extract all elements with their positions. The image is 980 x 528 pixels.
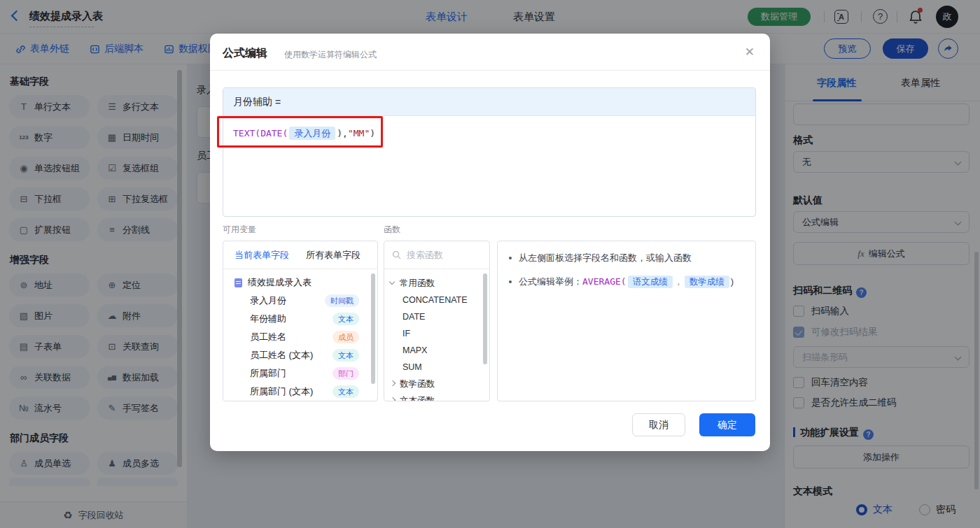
variables-caption: 可用变量 [223, 224, 256, 236]
hint-line-2: 公式编辑举例：AVERAGE(语文成绩，数学成绩) [498, 275, 755, 289]
variable-name: 所属部门 [250, 367, 286, 380]
hint-comma: ， [674, 276, 683, 287]
modal-header-divider [210, 70, 770, 71]
formula-editor-box: 月份辅助 = TEXT(DATE(录入月份),"MM") [223, 87, 756, 217]
example-field-token: 语文成绩 [628, 276, 673, 288]
formula-target-field: 月份辅助 [233, 96, 272, 108]
function-item[interactable]: MAPX [384, 342, 489, 359]
variable-row[interactable]: 所属部门 部门 [223, 364, 377, 383]
variable-type-badge: 成员 [332, 331, 359, 343]
hint-line-1: 从左侧面板选择字段名和函数，或输入函数 [498, 251, 755, 265]
function-item[interactable]: 常用函数 [384, 275, 489, 292]
function-item[interactable]: DATE [384, 308, 489, 325]
variable-name: 所属部门 (文本) [250, 385, 313, 398]
function-label: MAPX [402, 345, 427, 355]
variable-type-badge: 文本 [332, 349, 359, 362]
variable-type-badge: 时间戳 [325, 294, 359, 307]
hint-panel: 从左侧面板选择字段名和函数，或输入函数 公式编辑举例：AVERAGE(语文成绩，… [497, 241, 756, 401]
functions-caption: 函数 [384, 224, 400, 236]
functions-panel: 搜索函数 常用函数 CONCATENATE DATE IF [384, 241, 490, 401]
variables-panel: 当前表单字段 所有表单字段 绩效提成录入表 录入月份 时间戳 年份辅助 文本 员 [223, 241, 378, 401]
variable-name: 录入月份 [250, 294, 286, 307]
variable-row[interactable]: 录入月份 时间戳 [223, 292, 377, 310]
function-label: DATE [402, 312, 425, 322]
function-item[interactable]: 数学函数 [384, 376, 489, 392]
search-icon [392, 250, 401, 259]
variables-tabs: 当前表单字段 所有表单字段 [223, 241, 377, 269]
function-item[interactable]: CONCATENATE [384, 292, 489, 308]
formula-target-row: 月份辅助 = [223, 88, 755, 116]
tab-all-form-fields[interactable]: 所有表单字段 [306, 249, 360, 262]
function-item[interactable]: IF [384, 325, 489, 342]
function-item[interactable]: SUM [384, 359, 489, 376]
formula-text: ) [370, 128, 375, 138]
tab-current-form-fields[interactable]: 当前表单字段 [234, 249, 289, 262]
functions-scrollbar[interactable] [483, 273, 487, 364]
variable-row[interactable]: 员工姓名 (文本) 文本 [223, 346, 377, 364]
formula-function: TEXT( [233, 128, 260, 138]
variable-row[interactable]: 年份辅助 文本 [223, 310, 377, 328]
formula-function: DATE( [260, 128, 288, 138]
variable-row[interactable]: 所属部门 (文本) 文本 [223, 383, 377, 401]
function-label: SUM [402, 362, 422, 372]
variables-list: 录入月份 时间戳 年份辅助 文本 员工姓名 成员 员工姓名 (文本) 文本 [223, 292, 377, 401]
function-label: CONCATENATE [402, 295, 468, 305]
close-icon[interactable]: ✕ [745, 45, 755, 59]
variable-name: 员工姓名 [250, 331, 286, 343]
form-doc-icon [234, 278, 242, 287]
function-search[interactable]: 搜索函数 [384, 241, 489, 269]
variables-root-node[interactable]: 绩效提成录入表 [223, 273, 377, 292]
function-item[interactable]: 文本函数 [384, 392, 489, 401]
formula-input-area[interactable]: TEXT(DATE(录入月份),"MM") [223, 116, 755, 151]
function-label: 常用函数 [400, 278, 435, 288]
variable-row[interactable]: 员工姓名 成员 [223, 328, 377, 346]
formula-editor-modal: 公式编辑 使用数学运算符编辑公式 ✕ 月份辅助 = TEXT(DATE(录入月份… [210, 34, 770, 451]
function-list: 常用函数 CONCATENATE DATE IF MAPX [384, 269, 489, 401]
function-label: IF [402, 329, 410, 338]
function-label: 数学函数 [400, 379, 435, 389]
variables-scrollbar[interactable] [371, 273, 375, 384]
formula-text: ), [337, 128, 348, 138]
modal-title: 公式编辑 [223, 46, 267, 61]
variable-name: 年份辅助 [250, 313, 286, 325]
field-token[interactable]: 录入月份 [289, 127, 335, 140]
confirm-button[interactable]: 确定 [699, 413, 755, 436]
variable-name: 员工姓名 (文本) [250, 349, 313, 362]
modal-subtitle: 使用数学运算符编辑公式 [284, 49, 377, 61]
equals-sign: = [275, 97, 281, 108]
example-field-token: 数学成绩 [685, 276, 729, 288]
hint-text: 公式编辑举例： [519, 276, 582, 287]
hint-text: ) [731, 276, 734, 287]
variable-type-badge: 文本 [332, 385, 359, 398]
formula-string: "MM" [348, 128, 370, 138]
cancel-button[interactable]: 取消 [632, 413, 685, 436]
example-function: AVERAGE( [582, 276, 626, 287]
variables-root-label: 绩效提成录入表 [248, 276, 312, 289]
search-placeholder: 搜索函数 [407, 249, 443, 262]
variable-type-badge: 文本 [332, 313, 359, 325]
variable-type-badge: 部门 [332, 367, 359, 380]
function-label: 文本函数 [400, 396, 435, 401]
